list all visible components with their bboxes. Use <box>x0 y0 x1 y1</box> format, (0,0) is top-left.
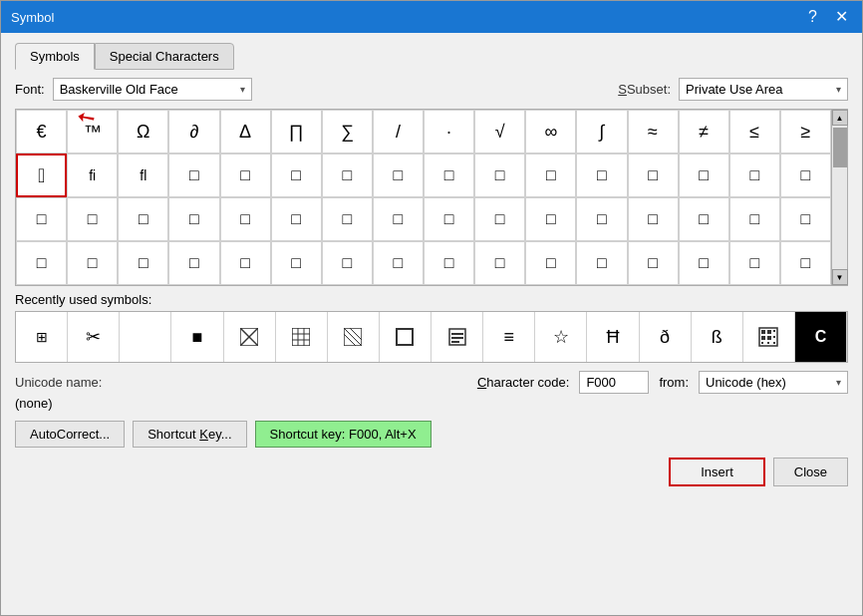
unicode-name-row: Unicode name: Character code: from: Unic… <box>15 371 848 394</box>
symbol-cell[interactable]: □ <box>780 154 831 197</box>
symbol-cell[interactable]: · <box>424 110 474 154</box>
symbol-cell[interactable]: □ <box>322 241 373 285</box>
symbol-cell[interactable]: □ <box>168 154 219 197</box>
symbol-cell[interactable]: □ <box>168 197 219 241</box>
help-button[interactable]: ? <box>804 9 821 25</box>
svg-rect-25 <box>767 342 769 344</box>
symbol-cell[interactable]: □ <box>628 197 679 241</box>
symbol-cell[interactable]: ∫ <box>576 110 627 154</box>
symbol-cell[interactable]: □ <box>67 197 118 241</box>
symbol-cell[interactable]: □ <box>118 197 168 241</box>
symbol-cell[interactable]: □ <box>118 241 168 285</box>
symbol-cell[interactable]: Ω <box>118 110 168 154</box>
title-bar: Symbol ? ✕ <box>1 1 862 33</box>
from-select[interactable]: Unicode (hex) ▾ <box>699 371 848 394</box>
recent-symbol-cell[interactable]: ☆ <box>535 312 587 362</box>
recent-symbol-cell[interactable]: Ħ <box>587 312 639 362</box>
char-code-input[interactable] <box>579 371 649 394</box>
symbol-cell[interactable]: □ <box>525 241 576 285</box>
symbol-cell[interactable]: / <box>373 110 424 154</box>
symbol-cell[interactable]: □ <box>576 197 627 241</box>
symbol-cell[interactable]: ∑ <box>322 110 373 154</box>
symbol-cell[interactable]: □ <box>16 241 67 285</box>
symbol-cell[interactable]: fi <box>67 154 118 197</box>
symbol-cell[interactable]: ≥ <box>780 110 831 154</box>
scroll-thumb[interactable] <box>833 128 847 167</box>
symbol-cell[interactable]: □ <box>424 197 474 241</box>
symbol-cell[interactable]: □ <box>628 241 679 285</box>
recent-symbol-cell[interactable] <box>380 312 432 362</box>
symbol-cell[interactable]: □ <box>780 241 831 285</box>
symbol-cell[interactable]: □ <box>16 197 67 241</box>
recent-symbol-cell[interactable]: ⊞ <box>16 312 68 362</box>
symbol-cell[interactable]: □ <box>271 241 322 285</box>
font-select[interactable]: Baskerville Old Face ▾ <box>53 78 252 101</box>
recent-symbol-cell[interactable]: ≡ <box>483 312 535 362</box>
symbol-cell[interactable]: □ <box>679 154 729 197</box>
symbol-cell[interactable]: □ <box>220 241 271 285</box>
recent-symbol-cell[interactable]: ✂ <box>68 312 120 362</box>
symbol-cell[interactable]: □ <box>729 197 780 241</box>
symbol-cell[interactable]: □ <box>525 154 576 197</box>
symbol-cell[interactable]: □ <box>576 154 627 197</box>
recent-symbol-cell[interactable] <box>432 312 483 362</box>
font-row: Font: Baskerville Old Face ▾ SSubset: Pr… <box>15 78 848 101</box>
symbol-cell[interactable]: Δ <box>220 110 271 154</box>
symbol-cell[interactable]: □ <box>168 241 219 285</box>
svg-rect-18 <box>761 330 765 334</box>
symbol-cell[interactable]: □ <box>576 241 627 285</box>
symbol-cell[interactable]: ™ <box>67 110 118 154</box>
symbol-cell[interactable]: □ <box>780 197 831 241</box>
symbol-cell[interactable]: □ <box>271 197 322 241</box>
dialog-close-button[interactable]: Close <box>773 458 848 486</box>
symbol-cell[interactable]: □ <box>525 197 576 241</box>
scroll-up-button[interactable]: ▲ <box>832 110 848 126</box>
symbol-cell[interactable]: □ <box>373 241 424 285</box>
symbol-cell[interactable]: □ <box>373 154 424 197</box>
symbol-cell[interactable]: ∏ <box>271 110 322 154</box>
symbol-cell[interactable]: □ <box>271 154 322 197</box>
autocorrect-button[interactable]: AutoCorrect... <box>15 421 125 448</box>
subset-select[interactable]: Private Use Area ▾ <box>679 78 848 101</box>
recent-symbol-cell[interactable]: ð <box>640 312 692 362</box>
symbol-cell[interactable]: ∞ <box>525 110 576 154</box>
symbol-cell[interactable]: □ <box>679 241 729 285</box>
symbol-cell[interactable]: ≤ <box>729 110 780 154</box>
recent-symbol-cell[interactable] <box>743 312 795 362</box>
symbol-cell[interactable]: □ <box>474 197 525 241</box>
recent-symbol-cell[interactable] <box>328 312 380 362</box>
close-title-button[interactable]: ✕ <box>831 9 852 25</box>
symbol-cell[interactable]: ≈ <box>628 110 679 154</box>
symbol-cell[interactable]: □ <box>220 197 271 241</box>
symbol-cell[interactable]: □ <box>424 241 474 285</box>
symbol-cell[interactable]: □ <box>322 197 373 241</box>
shortcut-key-button[interactable]: Shortcut Key... <box>133 421 246 448</box>
tab-symbols[interactable]: Symbols <box>15 43 95 70</box>
symbol-cell[interactable]: □ <box>373 197 424 241</box>
symbol-cell[interactable]: □ <box>628 154 679 197</box>
recent-symbol-cell[interactable] <box>120 312 171 362</box>
symbol-cell[interactable]: □ <box>67 241 118 285</box>
symbol-cell[interactable]: □ <box>729 154 780 197</box>
recent-symbol-cell[interactable] <box>276 312 328 362</box>
recent-symbol-cell[interactable]: ß <box>692 312 743 362</box>
symbol-cell[interactable]: fl <box>118 154 168 197</box>
symbol-cell[interactable]: ≠ <box>679 110 729 154</box>
symbol-cell[interactable]: € <box>16 110 67 154</box>
recent-symbol-cell[interactable] <box>224 312 276 362</box>
symbol-cell[interactable]: □ <box>729 241 780 285</box>
tab-special-characters[interactable]: Special Characters <box>95 43 234 70</box>
symbol-cell[interactable]: □ <box>424 154 474 197</box>
symbol-cell[interactable]: □ <box>220 154 271 197</box>
symbol-cell[interactable]: □ <box>322 154 373 197</box>
symbol-cell[interactable]: □ <box>679 197 729 241</box>
recent-symbol-cell[interactable]: ■ <box>171 312 223 362</box>
symbol-cell[interactable]: ∂ <box>168 110 219 154</box>
recent-symbol-cell[interactable]: C <box>795 312 847 362</box>
symbol-cell[interactable]: √ <box>474 110 525 154</box>
symbol-cell[interactable]: □ <box>474 241 525 285</box>
symbol-cell[interactable]:  <box>16 154 67 197</box>
symbol-cell[interactable]: □ <box>474 154 525 197</box>
insert-button[interactable]: Insert <box>669 458 765 486</box>
scroll-down-button[interactable]: ▼ <box>832 269 848 285</box>
